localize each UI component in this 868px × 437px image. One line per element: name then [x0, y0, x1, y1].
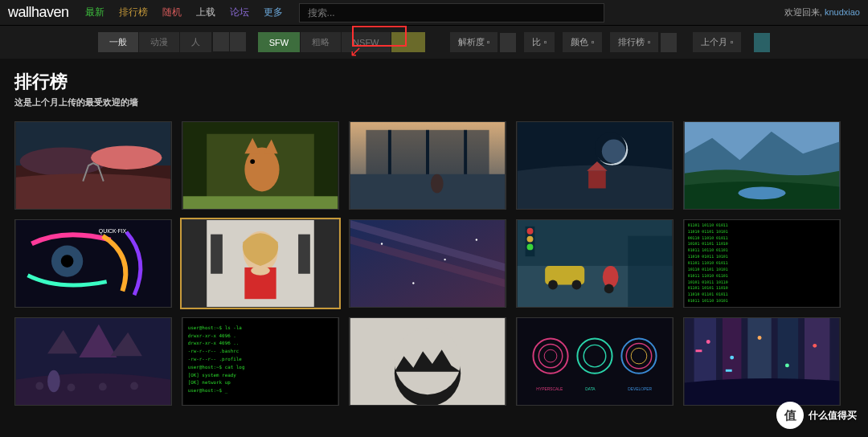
svg-point-6 — [244, 147, 279, 191]
svg-point-47 — [548, 280, 558, 290]
wallpaper-thumb[interactable] — [182, 121, 339, 210]
wallpaper-thumb[interactable] — [182, 219, 339, 308]
nav-more[interactable]: 更多 — [264, 6, 283, 19]
wallpaper-thumb[interactable]: 01101 10110 0101111010 01101 1010100110 … — [683, 219, 841, 308]
svg-text:10110 01101 10101: 10110 01101 10101 — [688, 267, 728, 272]
filter-nsfw[interactable]: NSFW — [342, 32, 390, 52]
controls-group: 解析度 ▫ 比 ▫ 颜色 ▫ 排行榜 ▫ 上个月 ▫ — [450, 32, 771, 52]
category-blank-1[interactable] — [213, 32, 229, 51]
svg-rect-24 — [16, 220, 170, 307]
purity-olive-block[interactable] — [391, 32, 425, 52]
page-title: 排行榜 — [14, 70, 854, 94]
username[interactable]: knudxiao — [825, 7, 860, 17]
svg-point-103 — [706, 340, 710, 344]
wallpaper-thumb[interactable] — [683, 317, 841, 406]
nav-toplist[interactable]: 排行榜 — [119, 6, 148, 19]
svg-point-105 — [758, 336, 762, 340]
control-color[interactable]: 颜色 ▫ — [563, 32, 602, 52]
svg-text:DATA: DATA — [585, 387, 596, 391]
svg-point-3 — [91, 145, 162, 169]
svg-text:11010 01101 01011: 11010 01101 01011 — [688, 292, 728, 296]
wallpaper-thumb[interactable] — [349, 317, 506, 406]
wallpaper-thumb[interactable]: user@host:~$ ls -ladrwxr-xr-x 4096 .drwx… — [182, 317, 339, 406]
svg-point-48 — [572, 280, 582, 290]
welcome-text: 欢迎回来, — [784, 7, 822, 17]
svg-point-67 — [47, 370, 60, 392]
svg-point-104 — [730, 356, 734, 360]
search-input[interactable] — [299, 3, 604, 22]
wallpaper-thumb[interactable] — [683, 121, 841, 210]
wallpaper-thumb[interactable] — [516, 219, 674, 308]
wallpaper-thumb[interactable] — [14, 317, 172, 406]
nav-latest[interactable]: 最新 — [85, 6, 104, 19]
nav-random[interactable]: 随机 — [162, 6, 182, 19]
svg-point-71 — [130, 382, 138, 390]
category-blank-2[interactable] — [230, 32, 246, 51]
wallpaper-thumb[interactable] — [14, 121, 172, 210]
svg-text:11010 01101 10101: 11010 01101 10101 — [688, 229, 728, 234]
svg-text:-rw-r--r-- .bashrc: -rw-r--r-- .bashrc — [188, 349, 240, 353]
svg-text:drwxr-xr-x 4096 ..: drwxr-xr-x 4096 .. — [188, 341, 240, 345]
filter-people[interactable]: 人 — [180, 32, 211, 52]
filter-sketchy[interactable]: 粗略 — [301, 32, 341, 52]
filter-anime[interactable]: 动漫 — [139, 32, 179, 52]
svg-text:user@host:~$ _: user@host:~$ _ — [188, 388, 228, 394]
svg-point-15 — [431, 174, 444, 194]
svg-point-45 — [527, 243, 534, 250]
svg-point-23 — [739, 187, 786, 200]
svg-text:HYPERSCALE: HYPERSCALE — [536, 387, 563, 391]
wallpaper-thumb[interactable] — [516, 121, 674, 210]
svg-text:drwxr-xr-x 4096 .: drwxr-xr-x 4096 . — [188, 333, 236, 338]
user-info: 欢迎回来, knudxiao — [784, 6, 860, 18]
page-heading: 排行榜 这是上个月上传的最受欢迎的墙 — [0, 59, 868, 116]
svg-text:01101 10101 11010: 01101 10101 11010 — [688, 285, 728, 290]
watermark-text: 什么值得买 — [809, 409, 857, 423]
control-ratio[interactable]: 比 ▫ — [524, 32, 555, 52]
control-time[interactable]: 上个月 ▫ — [693, 32, 741, 52]
filter-sfw[interactable]: SFW — [258, 32, 300, 52]
svg-rect-108 — [696, 349, 702, 352]
svg-text:user@host:~$ ls -la: user@host:~$ ls -la — [188, 325, 243, 330]
page-subtitle: 这是上个月上传的最受欢迎的墙 — [14, 96, 854, 108]
svg-point-26 — [61, 255, 74, 268]
svg-rect-8 — [183, 196, 338, 209]
svg-text:10101 01101 11010: 10101 01101 11010 — [688, 241, 728, 246]
svg-rect-34 — [298, 235, 310, 274]
svg-point-7 — [250, 159, 255, 164]
svg-point-38 — [476, 239, 477, 240]
control-sort[interactable]: 排行榜 ▫ — [610, 32, 658, 52]
svg-text:user@host:~$ cat log: user@host:~$ cat log — [188, 365, 245, 370]
purity-group: SFW 粗略 NSFW — [258, 32, 426, 52]
svg-point-36 — [381, 243, 383, 244]
svg-text:-rw-r--r-- .profile: -rw-r--r-- .profile — [188, 357, 243, 362]
sort-sq[interactable] — [661, 33, 677, 52]
svg-text:QUICK·FIX: QUICK·FIX — [99, 228, 127, 235]
filters-bar: 一般 动漫 人 SFW 粗略 NSFW 解析度 ▫ 比 ▫ 颜色 ▫ 排行榜 ▫… — [0, 26, 868, 59]
svg-point-68 — [35, 382, 43, 390]
wallpaper-thumb[interactable]: HYPERSCALEDATADEVELOPER — [516, 317, 674, 406]
category-group: 一般 动漫 人 — [98, 32, 246, 52]
wallpaper-thumb[interactable] — [349, 219, 506, 308]
res-sq[interactable] — [500, 33, 516, 52]
svg-point-69 — [68, 383, 76, 391]
nav-forums[interactable]: 论坛 — [230, 6, 249, 19]
filter-general[interactable]: 一般 — [98, 32, 138, 52]
wallpaper-thumb[interactable]: QUICK·FIX — [14, 219, 172, 308]
watermark-icon: 值 — [776, 402, 804, 429]
apply-sq[interactable] — [754, 33, 770, 52]
svg-point-39 — [412, 282, 414, 284]
svg-point-70 — [99, 383, 107, 391]
svg-text:01101 11010 01011: 01101 11010 01011 — [688, 260, 728, 265]
svg-text:10101 01011 10110: 10101 01011 10110 — [688, 280, 728, 284]
control-resolution[interactable]: 解析度 ▫ — [450, 32, 498, 52]
logo[interactable]: wallhaven — [8, 4, 69, 21]
nav-upload[interactable]: 上载 — [196, 6, 215, 19]
svg-rect-20 — [588, 171, 606, 189]
svg-text:01101 10110 01011: 01101 10110 01011 — [688, 223, 728, 227]
wallpaper-thumb[interactable] — [349, 121, 506, 210]
svg-text:[OK] system ready: [OK] system ready — [188, 373, 237, 378]
main-header: wallhaven 最新 排行榜 随机 上载 论坛 更多 欢迎回来, knudx… — [0, 0, 868, 26]
svg-text:[OK] network up: [OK] network up — [188, 380, 231, 386]
svg-point-106 — [785, 363, 789, 367]
svg-text:11010 01011 10101: 11010 01011 10101 — [688, 254, 728, 259]
